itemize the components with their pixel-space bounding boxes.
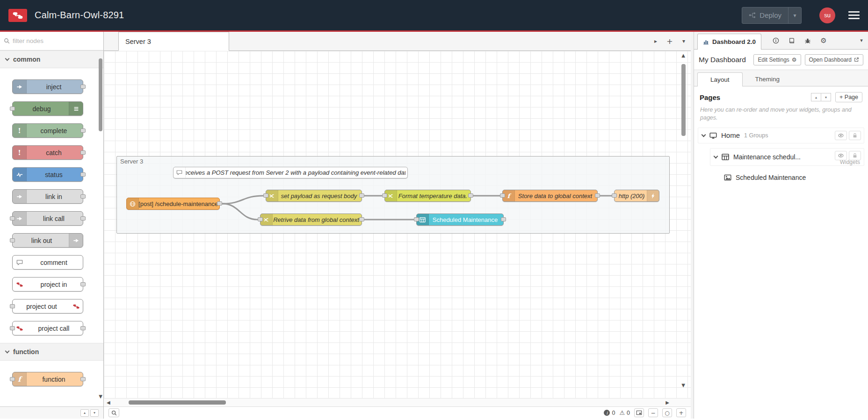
palette-node-function[interactable]: f function (12, 372, 83, 386)
palette-node-comment[interactable]: comment (12, 255, 83, 270)
output-port[interactable] (80, 128, 86, 133)
add-flow-button[interactable]: + (663, 32, 677, 50)
palette-node-link-call[interactable]: link call (12, 211, 83, 226)
expand-all-button[interactable]: ▾ (821, 93, 831, 101)
canvas-vscrollbar-thumb[interactable] (681, 64, 686, 136)
input-port[interactable] (10, 107, 15, 111)
palette-node-project-out[interactable]: project out (12, 299, 83, 313)
canvas-scroll-right-icon[interactable]: ▶ (665, 400, 669, 405)
sidebar-tab-menu-button[interactable]: ▾ (855, 37, 868, 43)
tab-server-3[interactable]: Server 3 (118, 32, 229, 51)
canvas-hscrollbar-thumb[interactable] (129, 400, 226, 405)
add-page-button[interactable]: + Page (835, 92, 862, 102)
tab-config[interactable]: ⚙ (816, 34, 832, 48)
visibility-button[interactable] (835, 151, 847, 160)
output-port[interactable] (80, 85, 86, 89)
palette-node-catch[interactable]: ! catch (12, 145, 83, 160)
input-port[interactable] (10, 326, 15, 330)
palette-node-link-out[interactable]: link out (12, 233, 83, 248)
comment-node[interactable]: Receives a POST request from Server 2 wi… (173, 167, 408, 178)
canvas-scroll-up-icon[interactable]: ▲ (681, 53, 685, 58)
sidebar-resize-handle[interactable] (691, 32, 694, 419)
input-port[interactable] (10, 377, 15, 381)
input-port[interactable] (382, 193, 387, 198)
input-port[interactable] (612, 193, 617, 198)
node-change-set-payload[interactable]: set payload as request body (266, 190, 362, 202)
tree-item-widget-scheduled-maintenance[interactable]: Scheduled Maintenance (720, 171, 864, 185)
input-port[interactable] (10, 216, 15, 221)
output-port[interactable] (80, 326, 86, 330)
input-port[interactable] (414, 217, 419, 221)
output-port[interactable] (359, 193, 364, 198)
palette-scroll-down-icon[interactable]: ▼ (99, 394, 102, 399)
output-port[interactable] (80, 172, 86, 177)
tab-dashboard-2[interactable]: Dashboard 2.0 (697, 34, 761, 50)
palette-collapse-up-button[interactable]: ▴ (80, 409, 89, 417)
output-port[interactable] (359, 217, 364, 221)
output-port[interactable] (468, 193, 473, 198)
chevron-down-icon[interactable] (702, 132, 706, 137)
node-http-response[interactable]: http (200) (614, 190, 659, 202)
user-avatar[interactable]: su (819, 7, 835, 23)
output-port[interactable] (80, 150, 86, 155)
input-port[interactable] (10, 238, 15, 242)
palette-node-project-call[interactable]: project call (12, 321, 83, 335)
output-port[interactable] (217, 201, 222, 206)
collapse-all-button[interactable]: ▴ (811, 93, 821, 101)
tab-theming[interactable]: Theming (743, 72, 793, 86)
palette-category-common[interactable]: common (0, 50, 103, 68)
lock-button[interactable] (849, 131, 861, 140)
palette-node-debug[interactable]: debug (12, 101, 83, 116)
tab-info[interactable] (768, 34, 784, 48)
menu-button[interactable] (848, 11, 860, 19)
tree-item-group-maintenance[interactable]: Maintenance schedul... 1 Widgets (710, 148, 864, 166)
flow-canvas[interactable]: Server 3 Receives a POST request from Se… (104, 51, 691, 398)
tab-help[interactable] (784, 34, 800, 48)
zoom-reset-button[interactable]: ○ (662, 408, 672, 417)
tree-item-page-home[interactable]: Home 1 Groups (698, 128, 864, 143)
output-port[interactable] (595, 193, 600, 198)
output-port[interactable] (80, 194, 86, 199)
output-port[interactable] (80, 216, 86, 221)
palette-node-project-in[interactable]: project in (12, 277, 83, 292)
deploy-button[interactable]: Deploy ▾ (742, 7, 802, 24)
deploy-options-button[interactable]: ▾ (788, 7, 801, 23)
zoom-out-button[interactable]: − (648, 408, 658, 417)
output-port[interactable] (501, 217, 506, 221)
palette-node-complete[interactable]: ! complete (12, 123, 83, 138)
canvas-scroll-down-icon[interactable]: ▼ (681, 383, 685, 388)
edit-settings-button[interactable]: Edit Settings ⚙ (753, 54, 801, 65)
palette-search-input[interactable] (13, 37, 100, 44)
tab-scroll-right-button[interactable]: ▸ (649, 32, 663, 50)
node-http-in[interactable]: [post] /schedule-maintenance (126, 198, 220, 210)
chevron-down-icon[interactable] (714, 154, 718, 158)
tab-layout[interactable]: Layout (697, 72, 743, 86)
flow-list-button[interactable]: ▾ (677, 32, 691, 50)
lock-button[interactable] (849, 151, 861, 160)
zoom-in-button[interactable]: + (676, 408, 686, 417)
input-port[interactable] (258, 217, 263, 221)
canvas-hscrollbar[interactable]: ◀ ▶ (104, 398, 691, 406)
open-dashboard-button[interactable]: Open Dashboard (805, 54, 863, 65)
canvas-search-button[interactable] (108, 408, 119, 417)
canvas-scroll-left-icon[interactable]: ◀ (107, 400, 110, 405)
palette-collapse-down-button[interactable]: ▾ (90, 409, 99, 417)
palette-scrollbar-thumb[interactable] (99, 58, 102, 131)
visibility-button[interactable] (835, 131, 847, 140)
node-ui-table[interactable]: Scheduled Maintenance (416, 214, 504, 226)
input-port[interactable] (10, 304, 15, 308)
output-port[interactable] (80, 282, 86, 286)
minimap-toggle-button[interactable] (634, 408, 644, 417)
node-change-format-temperature[interactable]: Format temperature data. (384, 190, 471, 202)
palette-node-inject[interactable]: inject (12, 79, 83, 94)
palette-search[interactable] (0, 32, 103, 50)
input-port[interactable] (263, 193, 268, 198)
node-change-retrieve-global[interactable]: Retrive data from global context (260, 214, 362, 226)
tab-debug[interactable] (800, 34, 816, 48)
input-port[interactable] (500, 193, 505, 198)
node-function-store-global[interactable]: f Store data to global context (502, 190, 598, 202)
palette-node-link-in[interactable]: link in (12, 189, 83, 204)
palette-category-function[interactable]: function (0, 343, 103, 361)
palette-node-status[interactable]: status (12, 167, 83, 182)
output-port[interactable] (80, 377, 86, 381)
